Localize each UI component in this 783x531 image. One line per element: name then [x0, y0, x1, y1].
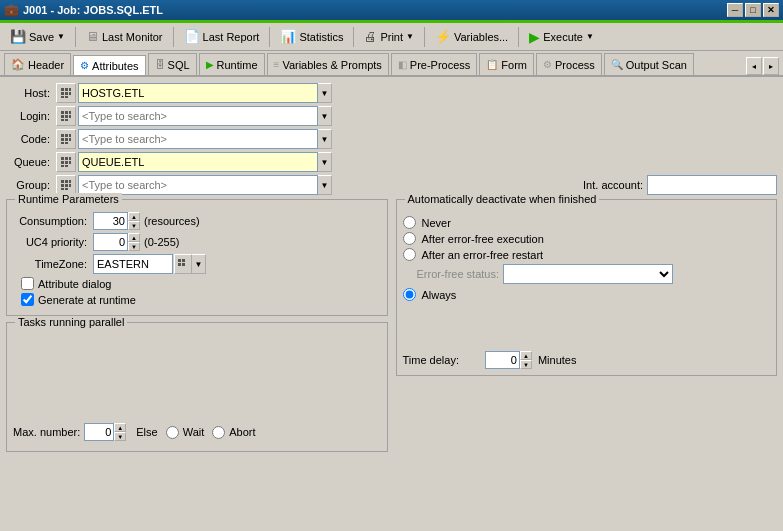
attribute-dialog-checkbox[interactable] — [21, 277, 34, 290]
uc4-priority-range: (0-255) — [144, 236, 179, 248]
time-delay-input[interactable] — [485, 351, 520, 369]
close-button[interactable]: ✕ — [763, 3, 779, 17]
login-label: Login: — [6, 110, 56, 122]
print-button[interactable]: 🖨 Print ▼ — [358, 26, 420, 48]
grid-icon — [60, 133, 72, 145]
tab-preprocess[interactable]: ◧ Pre-Process — [391, 53, 478, 75]
code-list-button[interactable] — [56, 129, 76, 149]
save-button[interactable]: 💾 Save ▼ — [4, 26, 71, 48]
attributes-tab-label: Attributes — [92, 60, 138, 72]
svg-rect-9 — [65, 111, 68, 114]
svg-rect-20 — [65, 138, 68, 141]
process-tab-icon: ⚙ — [543, 59, 552, 70]
after-error-free-radio[interactable] — [403, 232, 416, 245]
svg-rect-21 — [69, 138, 71, 141]
svg-rect-26 — [69, 157, 71, 160]
generate-runtime-checkbox[interactable] — [21, 293, 34, 306]
after-error-free-restart-radio[interactable] — [403, 248, 416, 261]
tab-scroll-left[interactable]: ◂ — [746, 57, 762, 75]
last-monitor-button[interactable]: 🖥 Last Monitor — [80, 26, 169, 48]
login-input[interactable] — [78, 106, 318, 126]
svg-rect-18 — [69, 134, 71, 137]
never-row: Never — [403, 216, 771, 229]
uc4-priority-input[interactable] — [93, 233, 128, 251]
report-icon: 📄 — [184, 29, 200, 44]
tab-header[interactable]: 🏠 Header — [4, 53, 71, 75]
always-radio[interactable] — [403, 288, 416, 301]
uc4-priority-down-button[interactable]: ▼ — [128, 242, 140, 251]
host-input[interactable] — [78, 83, 318, 103]
queue-label: Queue: — [6, 156, 56, 168]
save-icon: 💾 — [10, 29, 26, 44]
max-number-row: Max. number: ▲ ▼ Else Wait Abort — [13, 423, 256, 441]
monitor-icon: 🖥 — [86, 29, 99, 44]
host-list-button[interactable] — [56, 83, 76, 103]
host-dropdown-button[interactable]: ▼ — [318, 83, 332, 103]
variables-button[interactable]: ⚡ Variables... — [429, 26, 514, 48]
last-monitor-label: Last Monitor — [102, 31, 163, 43]
group-input[interactable] — [78, 175, 318, 195]
svg-rect-23 — [65, 142, 68, 144]
queue-dropdown-button[interactable]: ▼ — [318, 152, 332, 172]
tab-form[interactable]: 📋 Form — [479, 53, 534, 75]
restore-button[interactable]: □ — [745, 3, 761, 17]
consumption-up-button[interactable]: ▲ — [128, 212, 140, 221]
code-dropdown-button[interactable]: ▼ — [318, 129, 332, 149]
max-number-down-button[interactable]: ▼ — [114, 432, 126, 441]
timezone-input[interactable] — [93, 254, 173, 274]
uc4-priority-up-button[interactable]: ▲ — [128, 233, 140, 242]
svg-rect-1 — [65, 88, 68, 91]
login-list-button[interactable] — [56, 106, 76, 126]
tab-outputscan[interactable]: 🔍 Output Scan — [604, 53, 694, 75]
time-delay-up-button[interactable]: ▲ — [520, 351, 532, 360]
svg-rect-14 — [61, 119, 64, 121]
abort-radio[interactable] — [212, 426, 225, 439]
error-free-status-row: Error-free status: — [417, 264, 771, 284]
queue-input[interactable] — [78, 152, 318, 172]
code-input[interactable] — [78, 129, 318, 149]
max-number-up-button[interactable]: ▲ — [114, 423, 126, 432]
toolbar-sep-1 — [75, 27, 76, 47]
consumption-down-button[interactable]: ▼ — [128, 221, 140, 230]
save-dropdown-arrow[interactable]: ▼ — [57, 32, 65, 41]
never-radio[interactable] — [403, 216, 416, 229]
error-free-status-select[interactable] — [503, 264, 673, 284]
timezone-dropdown-button[interactable]: ▼ — [192, 254, 206, 274]
svg-rect-43 — [182, 263, 185, 266]
consumption-input[interactable] — [93, 212, 128, 230]
max-number-input[interactable] — [84, 423, 114, 441]
wait-radio[interactable] — [166, 426, 179, 439]
generate-runtime-row: Generate at runtime — [21, 293, 381, 306]
code-row: Code: ▼ — [6, 129, 777, 149]
tab-scroll-right[interactable]: ▸ — [763, 57, 779, 75]
tab-process[interactable]: ⚙ Process — [536, 53, 602, 75]
group-dropdown-button[interactable]: ▼ — [318, 175, 332, 195]
int-account-input[interactable] — [647, 175, 777, 195]
tab-runtime[interactable]: ▶ Runtime — [199, 53, 265, 75]
attributes-tab-icon: ⚙ — [80, 60, 89, 71]
svg-rect-2 — [69, 88, 71, 91]
last-report-button[interactable]: 📄 Last Report — [178, 26, 266, 48]
group-list-button[interactable] — [56, 175, 76, 195]
code-field: ▼ — [56, 129, 777, 149]
svg-rect-38 — [61, 188, 64, 190]
svg-rect-41 — [182, 259, 185, 262]
login-dropdown-button[interactable]: ▼ — [318, 106, 332, 126]
svg-rect-39 — [65, 188, 68, 190]
app-icon: 💼 — [4, 3, 19, 17]
left-column: Runtime Parameters Consumption: ▲ ▼ (res… — [6, 199, 388, 452]
queue-list-button[interactable] — [56, 152, 76, 172]
tab-sql[interactable]: 🗄 SQL — [148, 53, 197, 75]
minimize-button[interactable]: ─ — [727, 3, 743, 17]
time-delay-down-button[interactable]: ▼ — [520, 360, 532, 369]
tab-attributes[interactable]: ⚙ Attributes — [73, 55, 145, 77]
svg-rect-25 — [65, 157, 68, 160]
tab-variables[interactable]: ≡ Variables & Prompts — [267, 53, 389, 75]
group-field: ▼ — [56, 175, 563, 195]
print-dropdown-arrow[interactable]: ▼ — [406, 32, 414, 41]
after-error-free-label: After error-free execution — [422, 233, 544, 245]
statistics-button[interactable]: 📊 Statistics — [274, 26, 349, 48]
execute-button[interactable]: ▶ Execute ▼ — [523, 26, 600, 48]
execute-dropdown-arrow[interactable]: ▼ — [586, 32, 594, 41]
timezone-list-button[interactable] — [174, 254, 192, 274]
